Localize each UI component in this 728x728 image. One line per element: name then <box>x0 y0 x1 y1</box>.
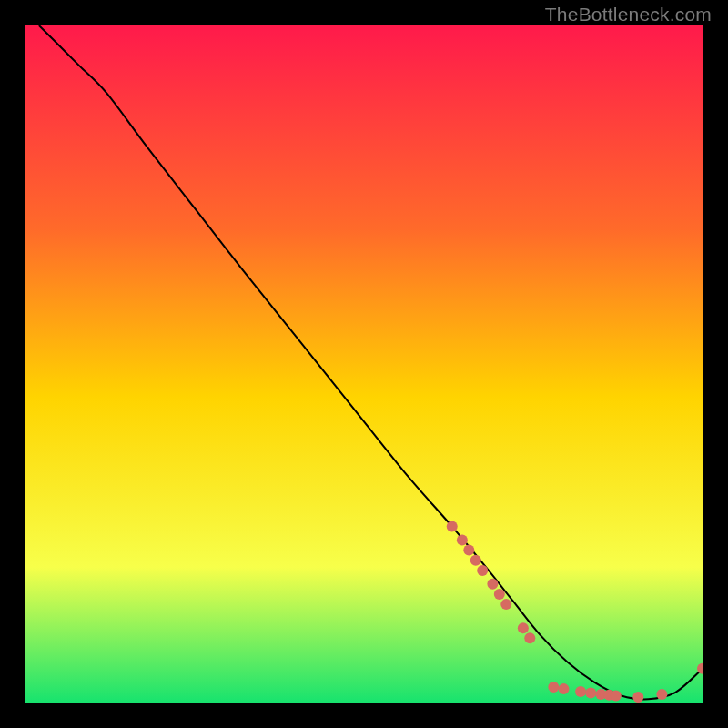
marker-dot <box>632 692 643 703</box>
marker-dot <box>585 688 596 699</box>
marker-dot <box>447 521 458 532</box>
chart-stage: TheBottleneck.com <box>0 0 728 728</box>
marker-dot <box>494 589 505 600</box>
marker-dot <box>463 545 474 556</box>
marker-dot <box>575 686 586 697</box>
marker-dot <box>470 555 481 566</box>
chart-svg <box>25 25 703 703</box>
marker-dot <box>487 579 498 590</box>
marker-dot <box>500 599 511 610</box>
watermark-label: TheBottleneck.com <box>545 4 712 25</box>
marker-dot <box>524 632 535 643</box>
marker-dot <box>548 682 559 693</box>
marker-dot <box>558 683 569 694</box>
marker-dot <box>457 534 468 545</box>
chart-plot <box>25 25 703 703</box>
marker-dot <box>611 691 622 702</box>
chart-background <box>25 25 703 703</box>
marker-dot <box>477 565 488 576</box>
marker-dot <box>656 689 667 700</box>
marker-dot <box>518 622 529 633</box>
